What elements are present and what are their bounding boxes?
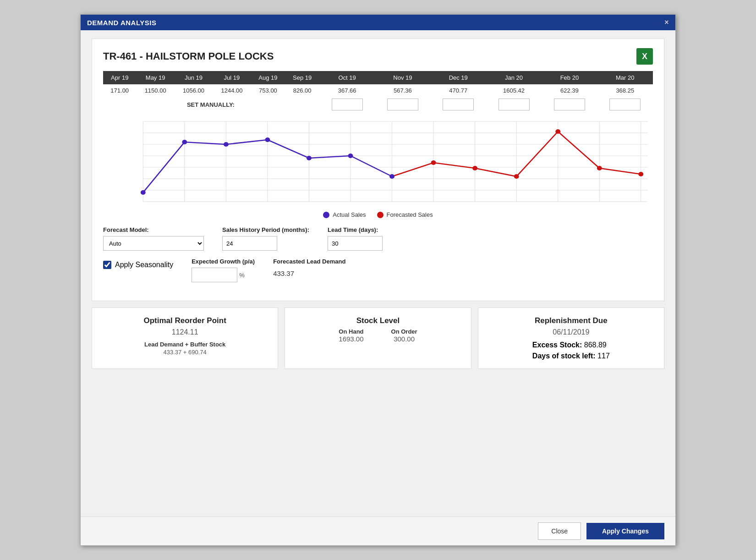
manual-input-cell-5[interactable] <box>542 97 597 112</box>
seasonality-checkbox[interactable] <box>103 261 111 269</box>
month-header: Feb 20 <box>542 71 597 84</box>
forecasted-demand-group: Forecasted Lead Demand 433.37 <box>273 258 345 277</box>
legend-actual: Actual Sales <box>323 211 366 218</box>
growth-group: Expected Growth (p/a) % <box>192 258 255 282</box>
on-order-value: 300.00 <box>394 335 415 343</box>
manual-input-3[interactable] <box>443 99 474 110</box>
growth-input-wrapper: % <box>192 268 255 282</box>
svg-point-24 <box>265 137 270 142</box>
manual-input-cell-3[interactable] <box>431 97 486 112</box>
month-header: Mar 20 <box>597 71 653 84</box>
month-value: 622.39 <box>542 84 597 97</box>
apply-changes-button[interactable]: Apply Changes <box>586 523 664 539</box>
month-header: Dec 19 <box>431 71 486 84</box>
modal-footer: Close Apply Changes <box>81 516 675 545</box>
manual-input-1[interactable] <box>332 99 363 110</box>
svg-point-25 <box>307 156 312 160</box>
close-button[interactable]: Close <box>538 522 581 540</box>
forecast-model-label: Forecast Model: <box>103 226 204 233</box>
stock-card: Stock Level On Hand 1693.00 On Order 300… <box>285 307 471 369</box>
lead-time-group: Lead Time (days): <box>328 226 383 251</box>
month-value: 1150.00 <box>136 84 174 97</box>
month-header: Jan 20 <box>486 71 542 84</box>
forecast-model-group: Forecast Model: Auto Linear Exponential … <box>103 226 204 251</box>
excel-export-button[interactable]: X <box>636 48 653 65</box>
lead-time-input[interactable] <box>328 236 383 251</box>
forecast-model-select[interactable]: Auto Linear Exponential Moving Average <box>103 236 204 251</box>
manual-input-cell-4[interactable] <box>486 97 542 112</box>
product-title: TR-461 - HAILSTORM POLE LOCKS <box>103 50 274 62</box>
reorder-formula-label: Lead Demand + Buffer Stock <box>101 341 268 348</box>
sales-history-group: Sales History Period (months): <box>222 226 309 251</box>
month-header: Oct 19 <box>319 71 375 84</box>
excess-stock-value: 868.89 <box>584 341 607 349</box>
reorder-title: Optimal Reorder Point <box>101 316 268 325</box>
svg-point-27 <box>389 174 394 179</box>
month-value: 753.00 <box>251 84 285 97</box>
excess-stock-label: Excess Stock: <box>532 341 582 349</box>
month-values: 171.001150.001056.001244.00753.00826.003… <box>103 84 653 97</box>
manual-input-5[interactable] <box>554 99 585 110</box>
svg-point-33 <box>638 172 643 176</box>
svg-point-23 <box>224 142 229 147</box>
reorder-formula-value: 433.37 + 690.74 <box>101 349 268 356</box>
manual-input-cell-6[interactable] <box>597 97 653 112</box>
replenishment-card: Replenishment Due 06/11/2019 Excess Stoc… <box>478 307 664 369</box>
product-header: TR-461 - HAILSTORM POLE LOCKS X <box>103 48 653 65</box>
days-left-row: Days of stock left: 117 <box>532 352 610 360</box>
stock-title: Stock Level <box>294 316 461 325</box>
month-value: 171.00 <box>103 84 136 97</box>
month-header: Jul 19 <box>213 71 251 84</box>
excess-stock-row: Excess Stock: 868.89 <box>532 341 610 349</box>
manual-input-6[interactable] <box>609 99 641 110</box>
month-value: 1056.00 <box>175 84 213 97</box>
month-header: Jun 19 <box>175 71 213 84</box>
month-value: 826.00 <box>285 84 319 97</box>
month-value: 1605.42 <box>486 84 542 97</box>
month-header: Nov 19 <box>375 71 430 84</box>
svg-point-28 <box>431 160 436 165</box>
month-value: 567.36 <box>375 84 430 97</box>
expected-growth-input[interactable] <box>192 268 237 282</box>
month-headers: Apr 19May 19Jun 19Jul 19Aug 19Sep 19Oct … <box>103 71 653 84</box>
demand-chart <box>103 117 653 209</box>
chart-container <box>103 117 653 209</box>
close-x-button[interactable]: × <box>664 18 669 27</box>
modal-title: DEMAND ANALYSIS <box>87 19 156 27</box>
reorder-card: Optimal Reorder Point 1124.11 Lead Deman… <box>92 307 278 369</box>
forecast-dot <box>377 212 383 218</box>
svg-point-26 <box>348 154 353 158</box>
svg-point-22 <box>182 140 187 144</box>
manual-input-2[interactable] <box>387 99 418 110</box>
title-bar: DEMAND ANALYSIS × <box>81 15 675 30</box>
bottom-cards: Optimal Reorder Point 1124.11 Lead Deman… <box>92 307 664 369</box>
month-header: Apr 19 <box>103 71 136 84</box>
manual-input-cell-1[interactable] <box>319 97 375 112</box>
forecasted-lead-label: Forecasted Lead Demand <box>273 258 345 265</box>
month-value: 368.25 <box>597 84 653 97</box>
controls-row-1: Forecast Model: Auto Linear Exponential … <box>103 226 653 251</box>
seasonality-group: Apply Seasonality <box>103 258 173 269</box>
expected-growth-label: Expected Growth (p/a) <box>192 258 255 265</box>
month-header: Sep 19 <box>285 71 319 84</box>
pct-unit: % <box>239 272 245 279</box>
replenishment-details: Excess Stock: 868.89 Days of stock left:… <box>532 341 610 360</box>
days-left-label: Days of stock left: <box>532 352 596 360</box>
svg-point-31 <box>555 129 560 134</box>
on-hand-item: On Hand 1693.00 <box>339 328 363 343</box>
seasonality-label: Apply Seasonality <box>115 261 173 269</box>
modal-body: TR-461 - HAILSTORM POLE LOCKS X Apr 19Ma… <box>81 30 675 516</box>
manual-input-4[interactable] <box>499 99 530 110</box>
sales-history-label: Sales History Period (months): <box>222 226 309 233</box>
manual-input-cell-2[interactable] <box>375 97 430 112</box>
on-order-label: On Order <box>391 328 417 335</box>
days-left-value: 117 <box>597 352 610 360</box>
manual-label: SET MANUALLY: <box>103 97 319 112</box>
on-order-item: On Order 300.00 <box>391 328 417 343</box>
legend-forecast: Forecasted Sales <box>377 211 433 218</box>
lead-time-label: Lead Time (days): <box>328 226 383 233</box>
seasonality-row: Apply Seasonality <box>103 261 173 269</box>
svg-point-29 <box>472 166 477 170</box>
sales-history-input[interactable] <box>222 236 277 251</box>
replenishment-date: 06/11/2019 <box>488 328 655 336</box>
